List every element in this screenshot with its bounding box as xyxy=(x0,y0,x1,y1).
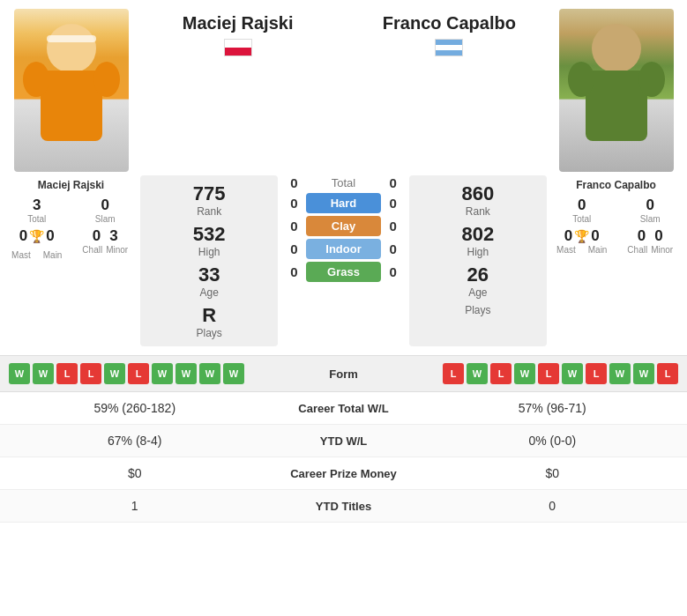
player-left-name: Maciej Rajski xyxy=(38,179,104,191)
center-header: Maciej Rajski Franco Capalbo xyxy=(140,9,547,60)
form-right-3: L xyxy=(490,363,512,384)
prize-money-right: $0 xyxy=(432,466,674,480)
player-left-section xyxy=(7,9,135,172)
form-right-6: W xyxy=(562,363,583,384)
clay-row: 0 Clay 0 xyxy=(281,216,405,236)
ytd-titles-label: YTD Titles xyxy=(256,500,432,513)
page-container: Maciej Rajski Franco Capalbo xyxy=(0,0,687,523)
left-rank-row: 775 Rank xyxy=(193,182,226,218)
right-plays-row: Plays xyxy=(465,304,490,316)
right-rank-row: 860 Rank xyxy=(461,182,494,218)
ytd-titles-row: 1 YTD Titles 0 xyxy=(0,490,687,523)
left-mast-stat: 0 🏆 0 Mast Main xyxy=(7,227,67,260)
player-right-flag xyxy=(435,39,463,56)
svg-rect-2 xyxy=(41,71,102,141)
svg-point-8 xyxy=(638,62,665,97)
form-left-5: W xyxy=(104,363,125,384)
player-left-flag xyxy=(224,39,252,60)
left-chall-stat: 0 3 Chall Minor xyxy=(76,227,136,260)
left-slam-stat: 0 Slam xyxy=(76,197,136,224)
grass-badge: Grass xyxy=(306,262,380,282)
right-chall-stat: 0 0 Chall Minor xyxy=(621,227,681,255)
form-right-8: W xyxy=(609,363,631,384)
indoor-row: 0 Indoor 0 xyxy=(281,239,405,259)
left-age-row: 33 Age xyxy=(198,263,220,299)
career-wl-label: Career Total W/L xyxy=(256,402,432,415)
ytd-wl-label: YTD W/L xyxy=(256,434,432,448)
left-plays-row: R Plays xyxy=(196,304,221,339)
player-left-photo xyxy=(14,9,129,172)
form-left-7: W xyxy=(152,363,173,384)
right-high-row: 802 High xyxy=(461,223,494,258)
form-left-4: L xyxy=(80,363,101,384)
right-rank-box: 860 Rank 802 High 26 Age Plays xyxy=(409,175,547,346)
right-age-row: 26 Age xyxy=(467,263,489,299)
right-total-stat: 0 Total xyxy=(552,197,612,224)
player-right-section xyxy=(552,9,680,172)
form-right-5: L xyxy=(538,363,559,384)
form-right-4: W xyxy=(514,363,535,384)
hard-badge: Hard xyxy=(306,193,380,213)
form-left-9: W xyxy=(199,363,220,384)
left-high-row: 532 High xyxy=(193,223,226,258)
form-left-8: W xyxy=(175,363,197,384)
form-right-2: W xyxy=(467,363,488,384)
grass-row: 0 Grass 0 xyxy=(281,262,405,282)
form-left-3: L xyxy=(56,363,78,384)
player-right-stats: Franco Capalbo 0 Total 0 Slam 0 🏆 0 xyxy=(552,175,680,346)
left-rank-box: 775 Rank 532 High 33 Age R Plays xyxy=(140,175,278,346)
prize-money-row: $0 Career Prize Money $0 xyxy=(0,457,687,490)
center-panel: 775 Rank 532 High 33 Age R Plays xyxy=(140,175,547,346)
form-left-6: L xyxy=(128,363,149,384)
career-wl-right: 57% (96-71) xyxy=(432,401,674,415)
form-left-2: W xyxy=(33,363,54,384)
form-badges-left: W W L L W L W W W W xyxy=(9,363,303,384)
clay-badge: Clay xyxy=(306,216,380,236)
form-badges-right: L W L W L W L W W L xyxy=(385,363,679,384)
indoor-badge: Indoor xyxy=(306,239,380,259)
match-scores-box: 0 Total 0 0 Hard 0 0 Clay 0 0 xyxy=(281,175,405,346)
svg-point-0 xyxy=(47,24,96,73)
career-wl-left: 59% (260-182) xyxy=(14,401,256,415)
player-left-stats: Maciej Rajski 3 Total 0 Slam 0 🏆 0 xyxy=(7,175,135,346)
form-right-7: L xyxy=(586,363,607,384)
form-left-10: W xyxy=(223,363,244,384)
svg-point-7 xyxy=(568,62,594,97)
polish-flag xyxy=(224,39,252,56)
form-label: Form xyxy=(309,367,379,381)
form-right-9: W xyxy=(633,363,654,384)
right-slam-stat: 0 Slam xyxy=(621,197,681,224)
ytd-titles-right: 0 xyxy=(432,499,674,513)
prize-money-left: $0 xyxy=(14,466,256,480)
hard-row: 0 Hard 0 xyxy=(281,193,405,213)
ytd-wl-row: 67% (8-4) YTD W/L 0% (0-0) xyxy=(0,425,687,457)
stats-table: 59% (260-182) Career Total W/L 57% (96-7… xyxy=(0,392,687,523)
form-section: W W L L W L W W W W Form L W L W L W L W… xyxy=(0,355,687,392)
right-trophy-icon: 🏆 xyxy=(574,229,589,243)
right-mast-stat: 0 🏆 0 Mast Main xyxy=(552,227,612,255)
ytd-titles-left: 1 xyxy=(14,499,256,513)
left-total-stat: 3 Total xyxy=(7,197,67,224)
player-right-avatar xyxy=(559,18,674,172)
form-left-1: W xyxy=(9,363,30,384)
player-left-avatar xyxy=(14,18,129,172)
ytd-wl-left: 67% (8-4) xyxy=(14,434,256,448)
form-right-1: L xyxy=(443,363,464,384)
ytd-wl-right: 0% (0-0) xyxy=(432,434,674,448)
player-right-name-header: Franco Capalbo xyxy=(383,12,516,33)
player-left-name-header: Maciej Rajski xyxy=(183,12,294,33)
svg-point-3 xyxy=(23,62,49,97)
svg-point-5 xyxy=(592,24,641,73)
player-right-photo xyxy=(559,9,674,172)
total-row: 0 Total 0 xyxy=(281,175,405,190)
svg-point-4 xyxy=(93,62,120,97)
player-right-name: Franco Capalbo xyxy=(576,179,656,191)
left-trophy-icon: 🏆 xyxy=(29,229,44,243)
prize-money-label: Career Prize Money xyxy=(256,467,432,480)
form-right-10: L xyxy=(657,363,678,384)
svg-rect-6 xyxy=(586,71,647,141)
career-wl-row: 59% (260-182) Career Total W/L 57% (96-7… xyxy=(0,392,687,425)
svg-rect-1 xyxy=(47,35,96,42)
